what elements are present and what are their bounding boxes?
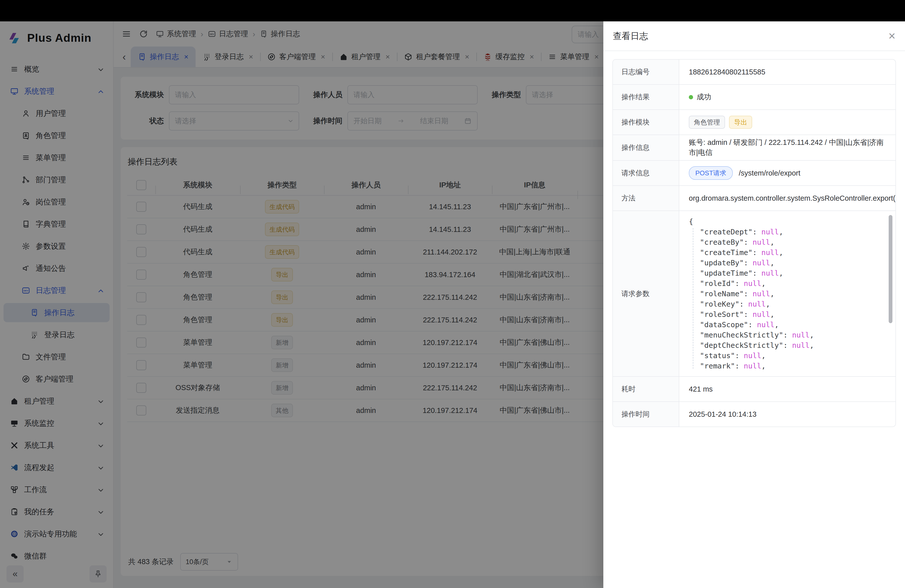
detail-row-日志编号: 日志编号1882612840802115585 bbox=[613, 60, 895, 85]
module-tag: 角色管理 bbox=[689, 116, 725, 129]
detail-value: org.dromara.system.controller.system.Sys… bbox=[679, 186, 895, 210]
detail-row-耗时: 耗时421 ms bbox=[613, 377, 895, 402]
json-line: "updateBy": null, bbox=[689, 258, 888, 268]
json-line: "createTime": null, bbox=[689, 248, 888, 258]
json-line: "updateTime": null, bbox=[689, 268, 888, 278]
detail-value: 421 ms bbox=[679, 377, 895, 401]
json-line: "menuCheckStrictly": null, bbox=[689, 330, 888, 340]
detail-row-操作模块: 操作模块角色管理导出 bbox=[613, 110, 895, 135]
drawer-body: 日志编号1882612840802115585操作结果成功操作模块角色管理导出操… bbox=[603, 51, 905, 435]
detail-row-操作结果: 操作结果成功 bbox=[613, 85, 895, 110]
detail-request: POST请求/system/role/export bbox=[679, 161, 895, 185]
post-method-badge: POST请求 bbox=[689, 166, 733, 180]
detail-row-操作信息: 操作信息账号: admin / 研发部门 / 222.175.114.242 /… bbox=[613, 135, 895, 161]
drawer-header: 查看日志 × bbox=[603, 21, 905, 51]
json-line: "remark": null, bbox=[689, 361, 888, 371]
json-line: "roleId": null, bbox=[689, 278, 888, 289]
json-line: "roleKey": null, bbox=[689, 299, 888, 309]
json-line: "deptCheckStrictly": null, bbox=[689, 340, 888, 351]
detail-tags: 角色管理导出 bbox=[679, 110, 895, 135]
detail-value: 1882612840802115585 bbox=[679, 60, 895, 84]
detail-row-请求信息: 请求信息POST请求/system/role/export bbox=[613, 161, 895, 186]
close-icon[interactable]: × bbox=[888, 30, 895, 42]
json-line: "createDept": null, bbox=[689, 227, 888, 237]
json-line: "roleSort": null, bbox=[689, 309, 888, 319]
detail-row-请求参数: 请求参数{"createDept": null,"createBy": null… bbox=[613, 211, 895, 377]
modal-scrim[interactable] bbox=[0, 21, 603, 588]
log-detail-table: 日志编号1882612840802115585操作结果成功操作模块角色管理导出操… bbox=[612, 59, 896, 427]
detail-label: 请求信息 bbox=[613, 161, 679, 185]
detail-status: 成功 bbox=[679, 85, 895, 110]
log-detail-drawer: 查看日志 × 日志编号1882612840802115585操作结果成功操作模块… bbox=[603, 21, 905, 588]
detail-value: 账号: admin / 研发部门 / 222.175.114.242 / 中国|… bbox=[679, 135, 895, 160]
detail-row-方法: 方法org.dromara.system.controller.system.S… bbox=[613, 186, 895, 211]
detail-label: 耗时 bbox=[613, 377, 679, 401]
json-line: { bbox=[689, 216, 888, 227]
json-line: "dataScope": null, bbox=[689, 319, 888, 330]
detail-label: 操作结果 bbox=[613, 85, 679, 110]
detail-label: 操作信息 bbox=[613, 135, 679, 160]
drawer-title: 查看日志 bbox=[613, 30, 648, 42]
json-scrollbar[interactable] bbox=[889, 215, 892, 323]
detail-label: 操作模块 bbox=[613, 110, 679, 135]
json-line: "createBy": null, bbox=[689, 237, 888, 248]
indent-guide bbox=[693, 228, 693, 369]
request-params-json[interactable]: {"createDept": null,"createBy": null,"cr… bbox=[679, 211, 895, 376]
screen: Plus Admin 概览系统管理用户管理角色管理菜单管理部门管理岗位管理字典管… bbox=[0, 0, 905, 588]
detail-label: 操作时间 bbox=[613, 402, 679, 426]
detail-value: 2025-01-24 10:14:13 bbox=[679, 402, 895, 426]
detail-label: 请求参数 bbox=[613, 211, 679, 376]
request-url: /system/role/export bbox=[739, 169, 800, 177]
detail-label: 方法 bbox=[613, 186, 679, 210]
success-dot-icon bbox=[689, 95, 693, 99]
json-line: "roleName": null, bbox=[689, 289, 888, 299]
json-line: "status": null, bbox=[689, 351, 888, 361]
detail-label: 日志编号 bbox=[613, 60, 679, 84]
module-tag: 导出 bbox=[729, 116, 752, 129]
detail-row-操作时间: 操作时间2025-01-24 10:14:13 bbox=[613, 402, 895, 426]
